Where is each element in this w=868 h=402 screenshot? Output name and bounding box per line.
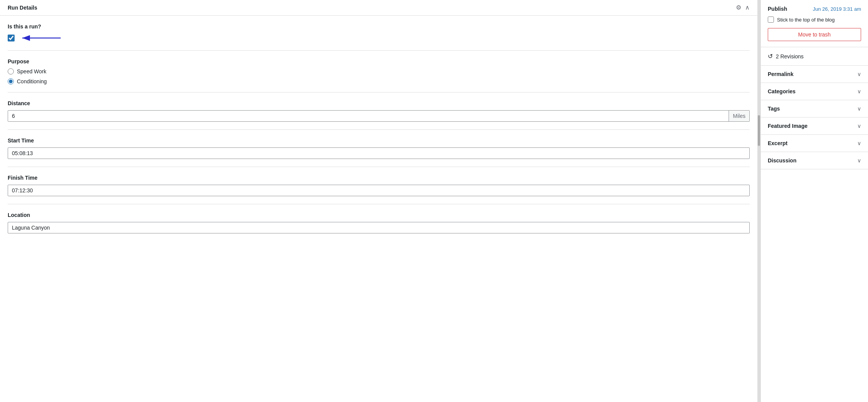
permalink-header[interactable]: Permalink ∨	[761, 66, 868, 83]
start-time-input[interactable]	[8, 147, 750, 159]
sticky-row: Stick to the top of the blog	[768, 17, 861, 23]
sticky-label: Stick to the top of the blog	[777, 17, 835, 23]
distance-field-group: Distance Miles	[8, 100, 750, 130]
featured-image-section: Featured Image ∨	[761, 117, 868, 135]
radio-conditioning-input[interactable]	[8, 78, 14, 84]
finish-time-input[interactable]	[8, 185, 750, 196]
featured-image-header[interactable]: Featured Image ∨	[761, 117, 868, 134]
distance-unit: Miles	[729, 111, 749, 121]
location-label: Location	[8, 212, 750, 218]
panel-title: Run Details	[8, 5, 37, 11]
excerpt-header[interactable]: Excerpt ∨	[761, 135, 868, 152]
distance-label: Distance	[8, 100, 750, 106]
discussion-chevron-icon: ∨	[857, 157, 861, 164]
purpose-label: Purpose	[8, 58, 750, 65]
publish-label: Publish	[768, 6, 787, 12]
purpose-field-group: Purpose Speed Work Conditioning	[8, 58, 750, 93]
publish-date-link[interactable]: Jun 26, 2019 3:31 am	[813, 6, 861, 12]
discussion-header[interactable]: Discussion ∨	[761, 152, 868, 169]
excerpt-chevron-icon: ∨	[857, 140, 861, 146]
arrow-annotation	[18, 33, 65, 43]
tags-chevron-icon: ∨	[857, 106, 861, 112]
publish-row: Publish Jun 26, 2019 3:31 am	[768, 6, 861, 12]
scroll-thumb[interactable]	[758, 115, 760, 146]
arrow-container	[8, 33, 750, 43]
categories-chevron-icon: ∨	[857, 88, 861, 94]
start-time-field-group: Start Time	[8, 137, 750, 167]
publish-section: Publish Jun 26, 2019 3:31 am Stick to th…	[761, 0, 868, 47]
tags-section: Tags ∨	[761, 100, 868, 117]
collapse-icon[interactable]: ∧	[745, 5, 750, 11]
categories-header[interactable]: Categories ∨	[761, 83, 868, 100]
discussion-title: Discussion	[768, 157, 797, 164]
main-content: Run Details ⚙ ∧ Is this a run?	[0, 0, 757, 402]
start-time-label: Start Time	[8, 137, 750, 144]
categories-section: Categories ∨	[761, 83, 868, 100]
sticky-checkbox[interactable]	[768, 17, 774, 23]
radio-conditioning[interactable]: Conditioning	[8, 78, 750, 84]
discussion-section: Discussion ∨	[761, 152, 868, 169]
revisions-text: 2 Revisions	[776, 53, 803, 60]
panel-header-icons: ⚙ ∧	[736, 5, 750, 11]
tags-title: Tags	[768, 106, 780, 112]
radio-speed-work-input[interactable]	[8, 68, 14, 74]
panel-header: Run Details ⚙ ∧	[0, 0, 757, 16]
excerpt-title: Excerpt	[768, 140, 787, 146]
permalink-chevron-icon: ∨	[857, 71, 861, 77]
purpose-radio-group: Speed Work Conditioning	[8, 68, 750, 84]
finish-time-label: Finish Time	[8, 175, 750, 181]
gear-icon[interactable]: ⚙	[736, 5, 741, 11]
permalink-title: Permalink	[768, 71, 793, 77]
is-run-label: Is this a run?	[8, 23, 750, 30]
radio-speed-work[interactable]: Speed Work	[8, 68, 750, 74]
is-run-checkbox[interactable]	[8, 35, 15, 41]
featured-image-chevron-icon: ∨	[857, 123, 861, 129]
location-field-group: Location	[8, 212, 750, 241]
revisions-icon: ↺	[768, 53, 773, 60]
location-input[interactable]	[8, 222, 750, 233]
categories-title: Categories	[768, 88, 795, 94]
panel-body: Is this a run? Purpose	[0, 16, 757, 256]
excerpt-section: Excerpt ∨	[761, 135, 868, 152]
is-run-field-group: Is this a run?	[8, 23, 750, 51]
distance-input-wrapper: Miles	[8, 110, 750, 122]
finish-time-field-group: Finish Time	[8, 175, 750, 204]
featured-image-title: Featured Image	[768, 123, 807, 129]
distance-input[interactable]	[8, 111, 729, 121]
permalink-section: Permalink ∨	[761, 66, 868, 83]
move-to-trash-button[interactable]: Move to trash	[768, 28, 861, 41]
sidebar: Publish Jun 26, 2019 3:31 am Stick to th…	[760, 0, 868, 402]
radio-conditioning-label: Conditioning	[17, 78, 47, 84]
tags-header[interactable]: Tags ∨	[761, 100, 868, 117]
scrollbar[interactable]	[757, 0, 760, 402]
revisions-row: ↺ 2 Revisions	[761, 47, 868, 66]
radio-speed-work-label: Speed Work	[17, 68, 46, 74]
